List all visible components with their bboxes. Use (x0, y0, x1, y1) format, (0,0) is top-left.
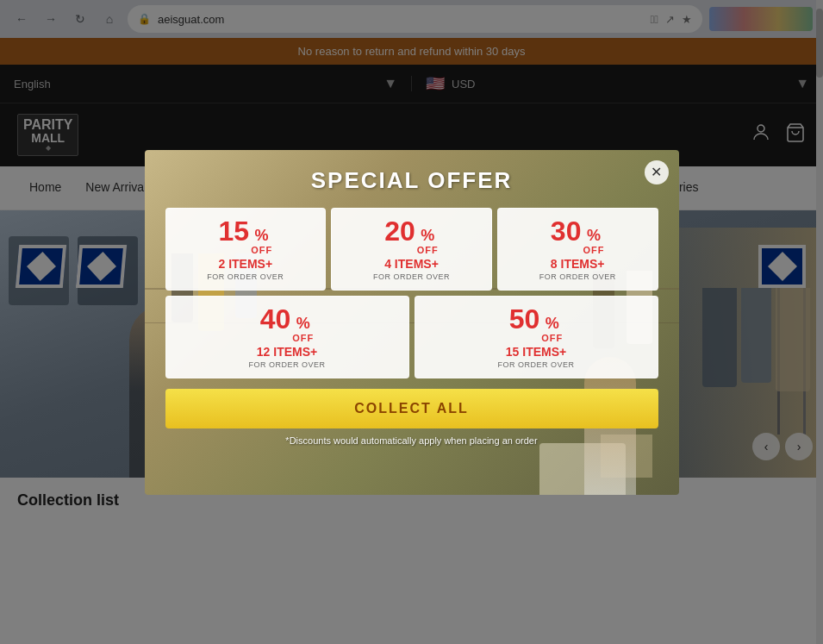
coupon-40[interactable]: 40 % OFF 12 ITEMS+ FOR ORDER OVER (165, 296, 409, 378)
coupon-15-number: 15 (219, 217, 250, 245)
coupon-20-number: 20 (384, 217, 415, 245)
collect-all-label: COLLECT ALL (354, 401, 469, 416)
coupon-30-percent-row: 30 % OFF (505, 217, 651, 255)
coupon-15-percent-row: 15 % OFF (173, 217, 319, 255)
modal-footer-text: *Discounts would automatically apply whe… (165, 435, 658, 446)
coupon-15-off: OFF (251, 245, 272, 255)
coupon-40-pct-sign: % (292, 315, 314, 333)
coupon-30-items: 8 ITEMS+ (505, 257, 651, 271)
coupon-40-for: FOR ORDER OVER (173, 360, 402, 369)
coupon-grid-top: 15 % OFF 2 ITEMS+ FOR ORDER OVER 20 (165, 208, 658, 291)
coupon-15-pct-sign: % (251, 227, 272, 245)
coupon-50-percent-row: 50 % OFF (422, 305, 651, 343)
coupon-50-number: 50 (509, 305, 540, 333)
coupon-50-for: FOR ORDER OVER (422, 360, 651, 369)
coupon-20-for: FOR ORDER OVER (339, 272, 484, 281)
coupon-15-for: FOR ORDER OVER (173, 272, 319, 281)
coupon-50-off: OFF (541, 333, 563, 343)
coupon-30-for: FOR ORDER OVER (505, 272, 651, 281)
coupon-40-items: 12 ITEMS+ (173, 345, 402, 359)
coupon-40-off: OFF (292, 333, 314, 343)
coupon-grid-bottom: 40 % OFF 12 ITEMS+ FOR ORDER OVER 50 (165, 296, 658, 378)
coupon-40-percent-row: 40 % OFF (173, 305, 402, 343)
coupon-50-items: 15 ITEMS+ (422, 345, 651, 359)
coupon-30-number: 30 (551, 217, 582, 245)
coupon-20-pct-sign: % (417, 227, 439, 245)
close-icon: ✕ (651, 164, 662, 180)
coupon-20-items: 4 ITEMS+ (339, 257, 484, 271)
coupon-50[interactable]: 50 % OFF 15 ITEMS+ FOR ORDER OVER (415, 296, 658, 378)
coupon-20[interactable]: 20 % OFF 4 ITEMS+ FOR ORDER OVER (331, 208, 492, 291)
modal-overlay: ✕ SPECIAL OFFER 15 % OFF 2 ITEMS+ (0, 0, 823, 523)
coupon-50-pct-sign: % (541, 315, 563, 333)
coupon-15-items: 2 ITEMS+ (173, 257, 319, 271)
coupon-20-percent-row: 20 % OFF (339, 217, 484, 255)
modal-title: SPECIAL OFFER (165, 167, 658, 194)
modal-wrapper: ✕ SPECIAL OFFER 15 % OFF 2 ITEMS+ (145, 150, 679, 495)
coupon-15[interactable]: 15 % OFF 2 ITEMS+ FOR ORDER OVER (165, 208, 327, 291)
modal-content: ✕ SPECIAL OFFER 15 % OFF 2 ITEMS+ (145, 150, 679, 460)
coupon-30-off: OFF (583, 245, 604, 255)
coupon-30[interactable]: 30 % OFF 8 ITEMS+ FOR ORDER OVER (497, 208, 658, 291)
coupon-30-pct-sign: % (583, 227, 604, 245)
modal-close-button[interactable]: ✕ (645, 160, 669, 184)
collect-all-button[interactable]: COLLECT ALL (165, 389, 658, 428)
coupon-20-off: OFF (417, 245, 439, 255)
coupon-40-number: 40 (260, 305, 291, 333)
